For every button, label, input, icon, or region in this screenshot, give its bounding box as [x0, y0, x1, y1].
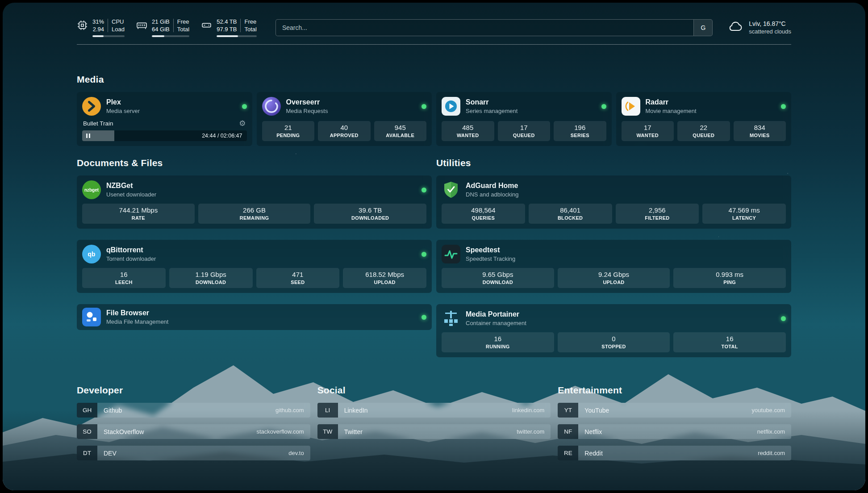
dashboard-screen: 31% 2.94 CPU Load: [3, 3, 865, 490]
cpu-progress-bar: [92, 35, 125, 37]
service-subtitle: Torrent downloader: [106, 255, 156, 262]
stat-box: 9.65 GbpsDOWNLOAD: [442, 268, 554, 288]
bookmark-abbr: LI: [317, 403, 338, 418]
bookmarks-entertainment: Entertainment YT YouTube youtube.com NF …: [558, 385, 791, 460]
disk-total-value: 97.9 TB: [217, 25, 237, 33]
service-card-overseerr[interactable]: Overseerr Media Requests 21PENDING 40APP…: [257, 92, 432, 146]
bookmark-name: Github: [104, 407, 122, 414]
svg-text:nzbget: nzbget: [84, 188, 99, 192]
service-card-radarr[interactable]: Radarr Movie management 17WANTED 22QUEUE…: [616, 92, 792, 146]
bookmark-name: YouTube: [584, 407, 609, 414]
stat-box: 744.21 MbpsRATE: [82, 204, 195, 224]
bookmark-name: DEV: [104, 450, 117, 457]
status-dot-online: [421, 188, 426, 192]
stat-box: 485WANTED: [442, 121, 494, 141]
service-name: Sonarr: [466, 98, 517, 106]
service-card-nzbget[interactable]: nzbget NZBGet Usenet downloader 744.21 M…: [77, 175, 432, 229]
service-card-speedtest[interactable]: Speedtest Speedtest Tracking 9.65 GbpsDO…: [436, 240, 791, 293]
ram-total-value: 64 GiB: [152, 25, 170, 33]
stat-box: 47.569 msLATENCY: [702, 204, 786, 224]
portainer-icon: [442, 309, 460, 328]
bookmark-stackoverflow[interactable]: SO StackOverflow stackoverflow.com: [77, 424, 310, 439]
disk-progress-bar: [217, 35, 257, 37]
service-subtitle: Series management: [466, 108, 517, 114]
disk-label-bottom: Total: [244, 25, 256, 33]
bookmark-abbr: DT: [77, 446, 97, 460]
service-card-plex[interactable]: Plex Media server Bullet Train ⚙ 24:44 /…: [77, 92, 252, 146]
service-subtitle: Movie management: [646, 108, 697, 114]
bookmark-linkedin[interactable]: LI LinkedIn linkedin.com: [317, 403, 551, 418]
bookmark-twitter[interactable]: TW Twitter twitter.com: [317, 424, 551, 439]
service-subtitle: Container management: [466, 320, 526, 326]
bookmark-url: netflix.com: [757, 428, 785, 435]
service-card-adguard[interactable]: AdGuard Home DNS and adblocking 498,564Q…: [436, 175, 791, 229]
bookmarks-developer: Developer GH Github github.com SO StackO…: [77, 385, 310, 460]
service-name: Overseerr: [286, 98, 328, 106]
now-playing-title: Bullet Train: [83, 120, 113, 127]
bookmark-github[interactable]: GH Github github.com: [77, 403, 310, 418]
service-name: Plex: [106, 98, 140, 106]
status-dot-online: [421, 315, 426, 320]
bookmark-name: StackOverflow: [104, 428, 144, 435]
qbittorrent-icon: qb: [82, 245, 101, 263]
metric-divider: [240, 19, 241, 32]
bookmark-reddit[interactable]: RE Reddit reddit.com: [558, 446, 791, 460]
service-name: Speedtest: [466, 246, 515, 254]
search-input[interactable]: [276, 20, 693, 36]
adguard-icon: [442, 180, 460, 199]
section-title-entertainment: Entertainment: [558, 385, 791, 396]
weather-condition: scattered clouds: [749, 28, 791, 35]
stat-box: 266 GBREMAINING: [198, 204, 311, 224]
stat-box: 0.993 msPING: [673, 268, 786, 288]
stat-box: 196SERIES: [554, 121, 606, 141]
pause-icon[interactable]: [86, 134, 90, 138]
bookmarks-social: Social LI LinkedIn linkedin.com TW Twitt…: [317, 385, 551, 460]
bookmark-abbr: RE: [558, 446, 578, 460]
cloud-icon: [728, 21, 744, 34]
plex-now-playing-row: Bullet Train ⚙: [82, 120, 247, 127]
cpu-load-value: 2.94: [93, 25, 104, 33]
stat-box: 16RUNNING: [442, 332, 554, 352]
service-name: Radarr: [646, 98, 697, 106]
bookmark-youtube[interactable]: YT YouTube youtube.com: [558, 403, 791, 418]
svg-text:qb: qb: [88, 251, 95, 258]
disk-widget: 52.4 TB 97.9 TB Free Total: [201, 18, 257, 37]
ram-label-bottom: Total: [177, 25, 189, 33]
sonarr-icon: [442, 97, 460, 116]
service-card-qbittorrent[interactable]: qb qBittorrent Torrent downloader 16LEEC…: [77, 240, 432, 293]
nzbget-icon: nzbget: [82, 180, 101, 199]
metric-divider: [173, 19, 174, 32]
overseerr-icon: [262, 97, 281, 116]
service-subtitle: DNS and adblocking: [466, 191, 519, 198]
stat-box: 21PENDING: [262, 121, 315, 141]
section-title-media: Media: [77, 74, 791, 85]
stat-box: 17QUEUED: [498, 121, 551, 141]
playback-time: 24:44 / 02:06:47: [202, 133, 242, 139]
stat-box: 40APPROVED: [318, 121, 371, 141]
disk-free-value: 52.4 TB: [217, 18, 237, 25]
stat-box: 86,401BLOCKED: [529, 204, 612, 224]
search-provider-button[interactable]: G: [693, 20, 712, 36]
bookmark-netflix[interactable]: NF Netflix netflix.com: [558, 424, 791, 439]
stat-box: 945AVAILABLE: [374, 121, 427, 141]
service-name: File Browser: [106, 309, 168, 317]
header-divider: [77, 44, 791, 45]
cpu-label-top: CPU: [112, 18, 125, 25]
service-card-filebrowser[interactable]: File Browser Media File Management: [77, 304, 432, 330]
service-card-sonarr[interactable]: Sonarr Series management 485WANTED 17QUE…: [436, 92, 612, 146]
bookmark-url: dev.to: [288, 450, 304, 456]
plex-playback-progress[interactable]: 24:44 / 02:06:47: [82, 130, 247, 141]
ram-free-value: 21 GiB: [152, 18, 170, 25]
stat-box: 1.19 GbpsDOWNLOAD: [169, 268, 253, 288]
bookmark-abbr: NF: [558, 424, 578, 439]
bookmark-dev[interactable]: DT DEV dev.to: [77, 446, 310, 460]
bookmark-url: twitter.com: [517, 428, 544, 435]
ram-label-top: Free: [177, 18, 189, 25]
weather-widget[interactable]: Lviv, 16.87°C scattered clouds: [728, 20, 791, 35]
service-card-portainer[interactable]: Media Portainer Container management 16R…: [436, 304, 791, 357]
bookmark-abbr: GH: [77, 403, 97, 418]
service-name: qBittorrent: [106, 246, 156, 254]
section-title-utilities: Utilities: [436, 158, 791, 168]
cpu-icon: [77, 20, 88, 33]
gear-icon[interactable]: ⚙: [239, 120, 246, 127]
